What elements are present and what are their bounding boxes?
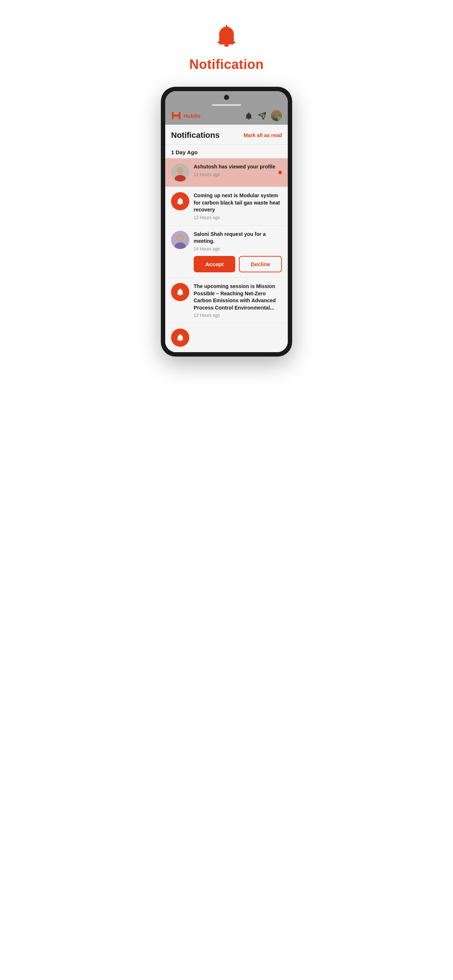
session-bell-avatar-2 <box>171 283 189 301</box>
time-section-label: 1 Day Ago <box>165 145 288 158</box>
notification-4-content: The upcoming session is Mission Possible… <box>194 283 282 318</box>
app-logo: Hubilo <box>171 110 201 121</box>
notification-item: The upcoming session is Mission Possible… <box>165 278 288 323</box>
ashutosh-avatar <box>171 163 189 181</box>
svg-point-6 <box>274 114 279 118</box>
session-bell-avatar <box>171 192 189 210</box>
svg-rect-0 <box>224 45 229 47</box>
notifications-title: Notifications <box>171 130 220 140</box>
notification-3-content: Saloni Shah request you for a meeting. 1… <box>194 231 282 272</box>
svg-point-15 <box>177 235 183 241</box>
notification-3-text: Saloni Shah request you for a meeting. <box>194 231 282 245</box>
mark-all-read-button[interactable]: Mark all as read <box>244 132 282 138</box>
notification-1-time: 12 Hours ago <box>194 172 282 177</box>
notification-item: Ashutosh has viewed your profile 12 Hour… <box>165 158 288 187</box>
bell-header-icon[interactable] <box>245 111 253 119</box>
notification-item-partial <box>165 323 288 352</box>
svg-point-11 <box>177 167 183 174</box>
notification-2-time: 12 Hours ago <box>194 215 282 220</box>
page-wrapper: Notification Hubilo <box>151 0 302 356</box>
meeting-actions: Accept Decline <box>194 256 282 272</box>
svg-point-7 <box>273 118 280 121</box>
accept-button[interactable]: Accept <box>194 256 235 272</box>
phone-screen: Hubilo <box>165 91 288 352</box>
notification-2-text: Coming up next is Modular system for car… <box>194 192 282 214</box>
notification-3-time: 14 Hours ago <box>194 247 282 251</box>
saloni-avatar <box>171 231 189 249</box>
notification-4-time: 12 Hours ago <box>194 313 282 318</box>
decline-button[interactable]: Decline <box>239 256 282 272</box>
user-avatar-header[interactable] <box>271 110 282 121</box>
notification-item: Coming up next is Modular system for car… <box>165 187 288 226</box>
hero-bell-icon <box>212 22 241 51</box>
hubilo-logo-icon <box>171 110 181 121</box>
notification-4-text: The upcoming session is Mission Possible… <box>194 283 282 311</box>
home-indicator <box>212 104 241 106</box>
send-header-icon[interactable] <box>258 111 266 119</box>
svg-rect-3 <box>172 115 180 117</box>
session-bell-avatar-3 <box>171 328 189 347</box>
notification-1-text: Ashutosh has viewed your profile <box>194 163 282 170</box>
phone-frame: Hubilo <box>161 87 292 356</box>
hero-section: Notification <box>182 0 271 87</box>
app-header: Hubilo <box>165 107 288 125</box>
header-icons <box>245 110 282 121</box>
notifications-panel: Notifications Mark all as read 1 Day Ago <box>165 125 288 352</box>
camera-notch <box>224 95 229 100</box>
notifications-panel-header: Notifications Mark all as read <box>165 125 288 145</box>
notification-1-content: Ashutosh has viewed your profile 12 Hour… <box>194 163 282 177</box>
notification-2-content: Coming up next is Modular system for car… <box>194 192 282 220</box>
hero-title: Notification <box>189 57 264 72</box>
app-name: Hubilo <box>183 113 201 119</box>
unread-indicator <box>278 170 282 174</box>
notification-item: Saloni Shah request you for a meeting. 1… <box>165 226 288 278</box>
